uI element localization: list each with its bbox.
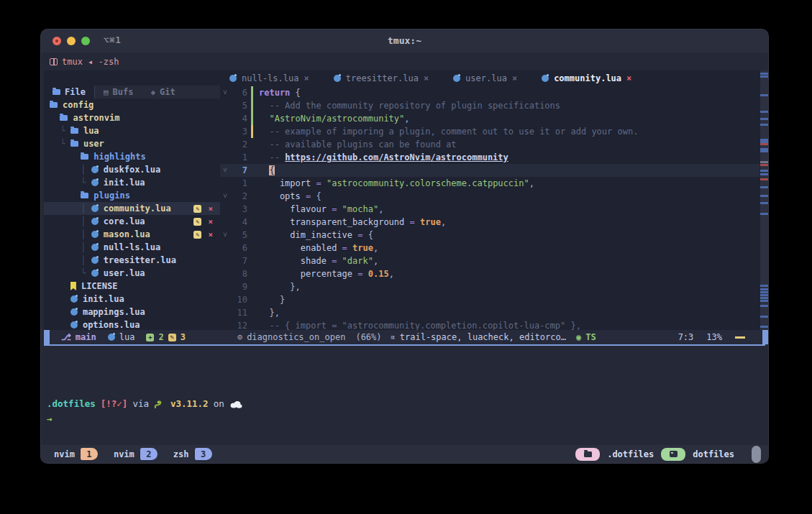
lua-file-icon (91, 218, 99, 225)
prompt-arrow: → (47, 413, 53, 424)
code-line-4[interactable]: 4 "AstroNvim/astrocommunity", (220, 112, 759, 125)
terminal-tab[interactable]: tmux ◂ -zsh (50, 57, 119, 67)
code-line-12[interactable]: 12 -- { import = "astrocommunity.complet… (220, 319, 759, 330)
tree-row-duskfox.lua[interactable]: │ duskfox.lua (44, 163, 220, 176)
folder-icon (53, 89, 60, 95)
ruler-cursor-mark (735, 336, 745, 339)
diagnostic-mark (760, 170, 769, 172)
treesitter-label: TS (585, 332, 596, 342)
filetype-label: lua (119, 332, 135, 342)
close-buffer-icon[interactable]: × (626, 73, 631, 83)
scrollbar-minimap[interactable] (760, 70, 769, 330)
shell-input-line[interactable]: → (47, 411, 53, 424)
tree-row-core.lua[interactable]: │ core.lua✎× (44, 215, 220, 228)
diagnostic-mark (760, 285, 769, 287)
explorer-header: File ▤ Bufs ◈ Git (44, 86, 220, 98)
buffer-tab-user.lua[interactable]: user.lua× (453, 73, 517, 83)
code-line-7[interactable]: 7 shade = "dark", (220, 254, 759, 267)
tmux-window-number-badge: 3 (195, 448, 212, 460)
tree-row-lua[interactable]: └ lua (44, 124, 220, 137)
tree-row-label: core.lua (104, 216, 145, 226)
buffer-tab-null-ls.lua[interactable]: null-ls.lua× (229, 73, 309, 83)
tmux-window-number-badge: 2 (140, 448, 158, 460)
tmux-window-number-badge: 1 (81, 448, 98, 460)
buffer-tab-community.lua[interactable]: community.lua× (542, 73, 631, 83)
tree-row-label: null-ls.lua (104, 242, 160, 252)
git-added-count: 2 (158, 332, 163, 342)
tmux-window-1[interactable]: nvim1 (48, 448, 98, 461)
close-buffer-icon[interactable]: × (304, 73, 309, 83)
code-line-2[interactable]: ˅2 opts = { (220, 190, 759, 203)
close-buffer-icon[interactable]: × (424, 73, 429, 83)
explorer-tab-file-label: File (65, 87, 86, 97)
close-file-icon[interactable]: × (208, 217, 213, 226)
tree-row-plugins[interactable]: plugins (44, 189, 220, 202)
lsp-tools-label: trail-space, luacheck, editorco… (400, 332, 566, 342)
close-buffer-icon[interactable]: × (512, 73, 517, 83)
tree-row-init.lua[interactable]: init.lua (44, 293, 220, 306)
diagnostic-mark (760, 294, 769, 296)
scrollbar-thumb[interactable] (752, 446, 761, 463)
lua-file-icon (542, 75, 549, 82)
tree-row-label: highlights (93, 152, 145, 162)
code-line-1[interactable]: 1 -- https://github.com/AstroNvim/astroc… (220, 151, 759, 164)
tree-row-init.lua[interactable]: └ init.lua (44, 176, 220, 189)
tree-row-treesitter.lua[interactable]: │ treesitter.lua (44, 254, 220, 267)
cloud-icon (229, 400, 242, 408)
explorer-tab-bufs[interactable]: ▤ Bufs (95, 86, 142, 98)
explorer-tab-file[interactable]: File (44, 86, 95, 98)
code-line-8[interactable]: 8 percentage = 0.15, (220, 267, 759, 280)
code-line-5[interactable]: ˅5 dim_inactive = { (220, 229, 759, 242)
tree-row-astronvim[interactable]: astronvim (44, 111, 220, 124)
tree-row-label: mason.lua (104, 229, 150, 239)
code-line-3[interactable]: 3 flavour = "mocha", (220, 203, 759, 216)
code-line-6[interactable]: ˅6return { (220, 86, 759, 99)
code-line-6[interactable]: 6 enabled = true, (220, 242, 759, 254)
git-added-icon: + (146, 334, 154, 341)
progress-percent-badge: (66%) (355, 332, 381, 342)
code-line-5[interactable]: 5 -- Add the community repository of plu… (220, 99, 759, 112)
close-file-icon[interactable]: × (208, 230, 213, 239)
code-line-4[interactable]: 4 transparent_background = true, (220, 216, 759, 229)
tree-row-mappings.lua[interactable]: mappings.lua (44, 306, 220, 318)
tree-row-label: LICENSE (81, 281, 118, 291)
tree-row-user[interactable]: └ user (44, 137, 220, 150)
tree-row-LICENSE[interactable]: LICENSE (44, 280, 220, 293)
diagnostics-icon: ⊙ (237, 332, 242, 342)
tree-row-options.lua[interactable]: options.lua (44, 318, 220, 330)
code-line-11[interactable]: 11 }, (220, 306, 759, 319)
code-editor[interactable]: ˅6return {5 -- Add the community reposit… (220, 86, 759, 330)
code-line-9[interactable]: 9 }, (220, 280, 759, 293)
lua-file-icon (70, 295, 78, 303)
code-line-1[interactable]: 1 import = "astrocommunity.colorscheme.c… (220, 177, 759, 190)
close-file-icon[interactable]: × (208, 204, 213, 214)
prompt-python-version: v3.11.2 (170, 398, 209, 409)
buffer-tab-treesitter.lua[interactable]: treesitter.lua× (334, 73, 429, 83)
code-line-2[interactable]: 2 -- available plugins can be found at (220, 138, 759, 151)
tree-row-config[interactable]: config (44, 98, 220, 111)
tree-row-user.lua[interactable]: └ user.lua (44, 267, 220, 280)
code-line-3[interactable]: 3 -- example of imporing a plugin, comme… (220, 125, 759, 138)
explorer-tab-git[interactable]: ◈ Git (142, 86, 183, 98)
tree-row-null-ls.lua[interactable]: │ null-ls.lua (44, 241, 220, 254)
tree-row-label: duskfox.lua (104, 165, 160, 175)
tmux-window-3[interactable]: zsh3 (168, 448, 212, 461)
tree-row-mason.lua[interactable]: │ mason.lua✎× (44, 228, 220, 241)
code-line-7[interactable]: ˅7 { (220, 164, 759, 177)
diagnostic-mark (760, 288, 769, 290)
shell-pane[interactable]: .dotfiles [!?✓] via v3.11.2 on → (44, 346, 765, 445)
tree-row-highlights[interactable]: highlights (44, 150, 220, 163)
lua-filetype-icon (108, 334, 115, 341)
diagnostic-mark (760, 94, 769, 96)
code-line-10[interactable]: 10 } (220, 293, 759, 306)
tmux-status-right: .dotfiles dotfiles (575, 446, 761, 463)
lua-file-icon (334, 75, 341, 82)
diagnostic-mark (760, 143, 769, 145)
folder-icon (70, 128, 78, 134)
diamond-icon: ◈ (150, 88, 155, 97)
git-branch-label[interactable]: main (76, 332, 96, 342)
tmux-window-2[interactable]: nvim2 (108, 448, 158, 461)
prompt-git-status: [!?✓] (101, 398, 128, 409)
tmux-panes-icon (50, 58, 58, 65)
tree-row-community.lua[interactable]: │ community.lua✎× (44, 202, 220, 215)
